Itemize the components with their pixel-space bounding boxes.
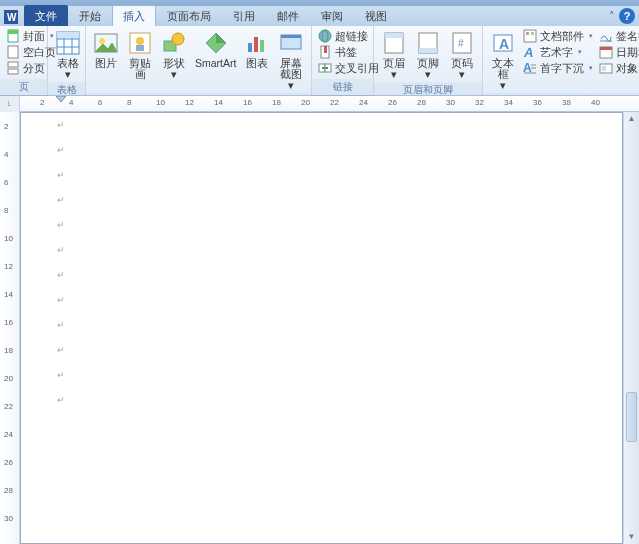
group-text: A文本框▾ 文档部件▾ A艺术字▾ A首字下沉▾ 签名行▾ 日期和时间 对象▾ … [483, 26, 639, 95]
ruler-tick: 26 [4, 458, 13, 467]
quickparts-icon [523, 29, 537, 43]
screenshot-label: 屏幕截图 [280, 57, 302, 80]
dropcap-label: 首字下沉 [540, 61, 584, 75]
document-area[interactable] [20, 112, 623, 544]
group-tables: 表格▾ 表格 [48, 26, 86, 95]
svg-rect-53 [602, 66, 606, 71]
paragraph-mark[interactable] [57, 169, 612, 179]
svg-point-19 [172, 33, 184, 45]
smartart-button[interactable]: SmartArt [191, 28, 240, 69]
paragraph-mark[interactable] [57, 269, 612, 279]
ruler-corner[interactable]: L [0, 96, 20, 112]
svg-rect-36 [419, 48, 437, 53]
paragraph-mark[interactable] [57, 319, 612, 329]
signature-line-label: 签名行 [616, 29, 639, 43]
tab-view[interactable]: 视图 [354, 5, 398, 26]
picture-button[interactable]: 图片 [89, 28, 123, 69]
help-icon[interactable]: ? [619, 8, 635, 24]
paragraph-mark[interactable] [57, 394, 612, 404]
tab-references[interactable]: 引用 [222, 5, 266, 26]
tab-file[interactable]: 文件 [24, 5, 68, 26]
tab-home[interactable]: 开始 [68, 5, 112, 26]
app-icon[interactable]: W [2, 8, 20, 26]
tab-insert[interactable]: 插入 [112, 5, 156, 26]
scroll-up-icon[interactable]: ▲ [624, 112, 639, 126]
svg-rect-41 [524, 30, 536, 42]
vertical-ruler[interactable]: 24681012141618202224262830 [0, 112, 20, 544]
wordart-label: 艺术字 [540, 45, 573, 59]
textbox-button[interactable]: A文本框▾ [486, 28, 520, 91]
group-pages-label: 页 [0, 79, 47, 95]
cover-page-label: 封面 [23, 29, 45, 43]
ruler-tick: 2 [40, 98, 44, 107]
paragraph-mark[interactable] [57, 144, 612, 154]
page-number-button[interactable]: #页码▾ [445, 28, 479, 80]
tab-page-layout[interactable]: 页面布局 [156, 5, 222, 26]
ruler-tick: 22 [330, 98, 339, 107]
svg-marker-21 [216, 33, 226, 43]
paragraph-mark[interactable] [57, 294, 612, 304]
crossref-button[interactable]: 交叉引用 [315, 60, 382, 76]
shapes-icon [161, 30, 187, 56]
paragraph-mark[interactable] [57, 369, 612, 379]
footer-button[interactable]: 页脚▾ [411, 28, 445, 80]
wordart-icon: A [523, 45, 537, 59]
datetime-button[interactable]: 日期和时间 [596, 44, 639, 60]
svg-point-14 [99, 38, 105, 44]
screenshot-button[interactable]: 屏幕截图▾ [274, 28, 308, 91]
tab-mailings[interactable]: 邮件 [266, 5, 310, 26]
horizontal-ruler[interactable]: L 246810121416182022242628303234363840 [0, 96, 639, 112]
paragraph-mark[interactable] [57, 244, 612, 254]
clipart-label: 剪贴画 [127, 58, 153, 80]
ruler-tick: 30 [4, 514, 13, 523]
paragraph-mark[interactable] [57, 344, 612, 354]
scroll-down-icon[interactable]: ▼ [624, 530, 639, 544]
dropcap-button[interactable]: A首字下沉▾ [520, 60, 596, 76]
quickparts-label: 文档部件 [540, 29, 584, 43]
ruler-tick: 28 [417, 98, 426, 107]
paragraph-mark[interactable] [57, 119, 612, 129]
clipart-icon [127, 30, 153, 56]
bookmark-button[interactable]: 书签 [315, 44, 382, 60]
hyperlink-icon [318, 29, 332, 43]
footer-icon [415, 30, 441, 56]
paragraph-mark[interactable] [57, 219, 612, 229]
header-button[interactable]: 页眉▾ [377, 28, 411, 80]
picture-label: 图片 [95, 58, 117, 69]
svg-rect-30 [324, 46, 327, 53]
svg-text:A: A [499, 36, 509, 52]
object-button[interactable]: 对象▾ [596, 60, 639, 76]
wordart-button[interactable]: A艺术字▾ [520, 44, 596, 60]
smartart-icon [203, 30, 229, 56]
group-header-footer: 页眉▾ 页脚▾ #页码▾ 页眉和页脚 [374, 26, 483, 95]
ruler-tick: 40 [591, 98, 600, 107]
quickparts-button[interactable]: 文档部件▾ [520, 28, 596, 44]
clipart-button[interactable]: 剪贴画 [123, 28, 157, 80]
chart-button[interactable]: 图表 [240, 28, 274, 69]
bookmark-label: 书签 [335, 45, 357, 59]
vertical-scrollbar[interactable]: ▲ ▼ [623, 112, 639, 544]
svg-rect-23 [254, 37, 258, 52]
svg-rect-4 [8, 46, 18, 58]
page-number-icon: # [449, 30, 475, 56]
hyperlink-button[interactable]: 超链接 [315, 28, 382, 44]
svg-text:A: A [523, 45, 533, 59]
table-button[interactable]: 表格▾ [51, 28, 85, 80]
minimize-ribbon-icon[interactable]: ˄ [609, 10, 615, 23]
tab-review[interactable]: 审阅 [310, 5, 354, 26]
ruler-tick: 30 [446, 98, 455, 107]
workspace: 24681012141618202224262830 ▲ ▼ [0, 112, 639, 544]
ruler-tick: 18 [4, 346, 13, 355]
svg-rect-34 [385, 33, 403, 38]
signature-line-button[interactable]: 签名行▾ [596, 28, 639, 44]
ruler-tick: 18 [272, 98, 281, 107]
page-content[interactable] [57, 119, 612, 419]
indent-marker-icon[interactable] [56, 96, 66, 104]
shapes-button[interactable]: 形状▾ [157, 28, 191, 80]
ruler-tick: 16 [243, 98, 252, 107]
tabs-row: W 文件 开始 插入 页面布局 引用 邮件 审阅 视图 ˄ ? [0, 6, 639, 26]
svg-marker-60 [56, 96, 66, 102]
vertical-scroll-thumb[interactable] [626, 392, 637, 442]
ruler-tick: 2 [4, 122, 8, 131]
paragraph-mark[interactable] [57, 194, 612, 204]
